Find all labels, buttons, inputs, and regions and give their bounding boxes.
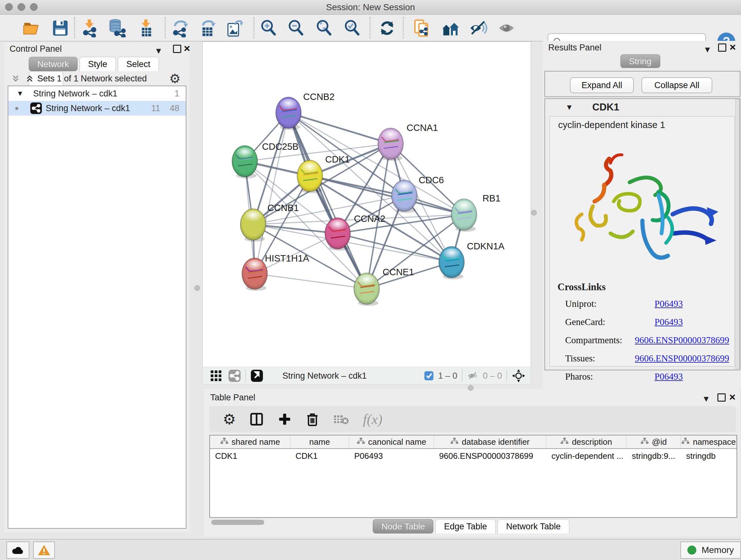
column-header-description[interactable]: description	[546, 435, 627, 448]
refresh-view-icon[interactable]	[378, 19, 396, 37]
collapse-all-button[interactable]: Collapse All	[642, 77, 712, 93]
column-header-canonical-name[interactable]: canonical name	[349, 435, 434, 448]
import-database-icon[interactable]	[108, 19, 126, 37]
tab-string[interactable]: String	[620, 54, 660, 68]
grid-view-icon[interactable]	[210, 369, 222, 382]
duplicate-network-icon[interactable]	[412, 19, 431, 37]
selected-badge: 1 – 0	[438, 371, 457, 381]
tab-network[interactable]: Network	[29, 57, 77, 71]
zoom-out-icon[interactable]	[286, 19, 305, 37]
network-row[interactable]: ● String Network – cdk1 11 48	[8, 101, 186, 116]
node-CCNA1[interactable]: CCNA1	[378, 123, 438, 161]
delete-table-icon[interactable]	[333, 413, 349, 426]
crosslink-row: Tissues:9606.ENSP00000378699	[565, 353, 729, 364]
zoom-fit-icon[interactable]	[315, 19, 333, 37]
first-neighbors-icon[interactable]	[441, 19, 460, 37]
cell-namespace[interactable]: stringdb	[681, 449, 737, 463]
collapse-all-icon[interactable]	[11, 74, 20, 83]
panel-close-icon[interactable]: ×	[730, 44, 736, 51]
results-scrollbar[interactable]	[735, 99, 740, 369]
tab-node-table[interactable]: Node Table	[373, 519, 433, 534]
show-all-icon[interactable]	[497, 19, 516, 37]
hidden-eye-icon[interactable]	[467, 370, 479, 382]
cell-database-identifier[interactable]: 9606.ENSP00000378699	[434, 449, 546, 463]
cell-@id[interactable]: stringdb:9...	[627, 449, 681, 463]
save-session-icon[interactable]	[51, 19, 70, 37]
network-collection-row[interactable]: ▼ String Network – cdk1 1	[8, 86, 186, 101]
export-table-icon[interactable]	[199, 19, 217, 37]
panel-float-icon[interactable]	[718, 44, 726, 52]
memory-button[interactable]: Memory	[680, 542, 741, 559]
crosslink-link[interactable]: 9606.ENSP00000378699	[635, 335, 729, 346]
export-image-icon[interactable]	[225, 19, 244, 37]
panel-menu-icon[interactable]: ▼	[154, 46, 163, 56]
network-options-gear-icon[interactable]: ⚙	[169, 72, 181, 85]
column-header-@id[interactable]: @id	[626, 435, 681, 448]
cloud-button[interactable]	[6, 542, 29, 559]
network-canvas[interactable]: CCNB2CCNA1CDC25BCDK1CDC6RB1CCNB1CCNA2CDK…	[202, 42, 531, 367]
show-columns-icon[interactable]	[249, 412, 264, 427]
table-row[interactable]: CDK1CDK1P064939606.ENSP00000378699cyclin…	[210, 449, 737, 463]
node-RB1[interactable]: RB1	[451, 193, 500, 232]
crosslink-link[interactable]: P06493	[655, 317, 683, 327]
create-column-icon[interactable]	[277, 412, 292, 427]
column-header-database-identifier[interactable]: database identifier	[434, 435, 546, 448]
tab-select[interactable]: Select	[118, 57, 159, 71]
network-label: String Network – cdk1	[46, 104, 130, 113]
import-table-icon[interactable]	[137, 19, 155, 37]
function-builder-icon[interactable]: f(x)	[363, 411, 382, 428]
panel-float-icon[interactable]	[173, 45, 181, 53]
import-network-icon[interactable]	[80, 19, 99, 37]
tree-expand-icon[interactable]: ▼	[17, 89, 23, 98]
panel-menu-icon[interactable]: ▼	[703, 45, 712, 55]
open-session-icon[interactable]	[22, 19, 41, 37]
expand-all-button[interactable]: Expand All	[570, 77, 634, 93]
tab-style[interactable]: Style	[79, 57, 116, 71]
node-label-CDKN1A: CDKN1A	[467, 241, 504, 251]
cell-shared-name[interactable]: CDK1	[210, 449, 290, 463]
hide-selected-icon[interactable]	[469, 19, 488, 37]
crosslink-row: Uniprot:P06493	[565, 299, 729, 309]
right-splitter-handle[interactable]	[531, 210, 537, 215]
crosslink-link[interactable]: P06493	[655, 299, 683, 309]
network-collection-label: String Network – cdk1	[33, 89, 118, 99]
bottom-splitter-handle[interactable]	[468, 385, 474, 391]
panel-close-icon[interactable]: ×	[184, 45, 190, 52]
left-splitter-handle[interactable]	[194, 285, 200, 291]
node-CDC25B[interactable]: CDC25B	[232, 141, 298, 179]
zoom-selected-icon[interactable]	[343, 19, 361, 37]
delete-column-trash-icon[interactable]	[306, 412, 320, 427]
crosslink-link[interactable]: P06493	[655, 371, 683, 382]
column-header-shared-name[interactable]: shared name	[210, 435, 290, 448]
birdseye-view-icon[interactable]	[251, 369, 263, 382]
selected-checkbox-icon[interactable]	[423, 370, 434, 381]
panel-menu-icon[interactable]: ▼	[702, 394, 711, 404]
cell-name[interactable]: CDK1	[290, 449, 349, 463]
column-header-namespace[interactable]: namespace	[681, 435, 737, 448]
node-CDKN1A[interactable]: CDKN1A	[439, 241, 504, 279]
panel-float-icon[interactable]	[718, 393, 726, 401]
zoom-in-icon[interactable]	[259, 19, 278, 37]
gene-collapse-icon[interactable]: ▼	[565, 103, 573, 112]
cloud-icon	[11, 545, 25, 555]
panel-close-icon[interactable]: ×	[729, 393, 736, 400]
cell-description[interactable]: cyclin-dependent ...	[546, 449, 627, 463]
node-label-CCNB1: CCNB1	[267, 203, 299, 213]
table-settings-gear-icon[interactable]: ⚙	[223, 412, 236, 427]
expand-all-icon[interactable]	[25, 74, 35, 83]
network-nodes[interactable]: CCNB2CCNA1CDC25BCDK1CDC6RB1CCNB1CCNA2CDK…	[232, 91, 504, 306]
memory-status-dot	[687, 546, 696, 555]
export-network-icon[interactable]	[171, 19, 190, 37]
hierarchy-icon	[357, 437, 365, 447]
cell-canonical-name[interactable]: P06493	[349, 449, 434, 463]
center-crosshair-icon[interactable]	[512, 369, 526, 383]
tab-edge-table[interactable]: Edge Table	[435, 519, 495, 534]
tab-network-table[interactable]: Network Table	[497, 519, 569, 534]
column-header-name[interactable]: name	[290, 435, 349, 448]
crosslink-row: Pharos:P06493	[565, 371, 729, 382]
crosslink-link[interactable]: 9606.ENSP00000378699	[635, 353, 729, 364]
node-HIST1H1A[interactable]: HIST1H1A	[242, 253, 309, 291]
warning-button[interactable]	[33, 542, 55, 559]
node-CCNE1[interactable]: CCNE1	[354, 267, 414, 306]
share-view-icon[interactable]	[228, 369, 241, 382]
